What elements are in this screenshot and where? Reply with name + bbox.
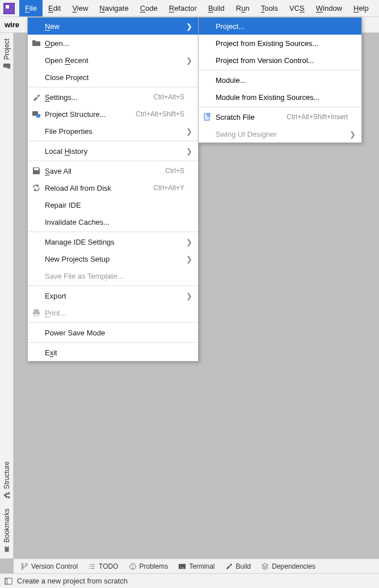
file-menu-shortcut: Ctrl+S <box>165 167 184 175</box>
file-menu-item-20[interactable]: Export❯ <box>28 287 198 304</box>
toolwindow-build[interactable]: Build <box>225 562 251 570</box>
new-submenu-label: Module... <box>216 76 348 85</box>
new-submenu-label: Module from Existing Sources... <box>216 93 348 102</box>
sidebar-tab-bookmarks[interactable]: Bookmarks <box>3 509 11 553</box>
file-menu-item-5[interactable]: Settings...Ctrl+Alt+S <box>28 89 198 106</box>
file-menu-separator <box>28 285 198 286</box>
file-menu-shortcut: Ctrl+Alt+Shift+S <box>136 110 184 118</box>
toolwindow-todo[interactable]: TODO <box>88 562 118 570</box>
file-menu-label: Exit <box>45 348 184 357</box>
file-menu-label: Export <box>45 292 184 300</box>
file-menu-separator <box>28 342 198 343</box>
file-menu-item-12[interactable]: Reload All from DiskCtrl+Alt+Y <box>28 179 198 196</box>
toolwindow-version-control[interactable]: Version Control <box>20 562 78 570</box>
file-menu-label: Save All <box>45 167 161 175</box>
new-submenu-label: Project from Existing Sources... <box>216 39 348 48</box>
file-menu-label: Manage IDE Settings <box>45 238 184 246</box>
file-menu-shortcut: Ctrl+Alt+S <box>153 93 184 101</box>
file-menu-item-2[interactable]: Open Recent❯ <box>28 52 198 69</box>
new-submenu-item-0[interactable]: Project... <box>199 18 361 35</box>
file-menu-separator <box>28 232 198 232</box>
list-icon <box>88 562 96 570</box>
hammer-icon <box>225 562 233 570</box>
new-submenu-label: Project from Version Control... <box>216 56 348 65</box>
new-submenu-label: Scratch File <box>216 113 282 121</box>
terminal-icon <box>178 562 186 570</box>
file-menu-item-0[interactable]: New❯ <box>28 18 198 35</box>
new-submenu: Project...Project from Existing Sources.… <box>198 17 362 143</box>
new-submenu-item-4[interactable]: Module... <box>199 72 361 89</box>
warn-icon <box>129 562 137 570</box>
new-submenu-label: Project... <box>216 22 348 31</box>
svg-rect-17 <box>5 578 7 584</box>
file-menu-item-3[interactable]: Close Project <box>28 69 198 86</box>
file-menu-label: Reload All from Disk <box>45 184 149 192</box>
new-submenu-item-5[interactable]: Module from Existing Sources... <box>199 89 361 106</box>
menu-view[interactable]: View <box>66 0 94 16</box>
layers-icon <box>261 562 269 570</box>
file-menu-separator <box>28 322 198 323</box>
bookmark-icon <box>3 545 11 553</box>
menu-help[interactable]: Help <box>348 0 374 16</box>
menu-file[interactable]: File <box>19 0 43 16</box>
menu-refactor[interactable]: Refactor <box>163 0 203 16</box>
status-bar: Create a new project from scratch <box>0 573 379 588</box>
sidebar-tab-structure[interactable]: Structure <box>3 461 11 499</box>
new-submenu-item-2[interactable]: Project from Version Control... <box>199 52 361 69</box>
toolwindow-problems[interactable]: Problems <box>129 562 169 570</box>
new-submenu-item-1[interactable]: Project from Existing Sources... <box>199 35 361 52</box>
file-menu-item-17[interactable]: New Projects Setup❯ <box>28 250 198 267</box>
file-menu-dropdown: New❯Open...Open Recent❯Close ProjectSett… <box>27 17 199 362</box>
file-menu-item-21: Print... <box>28 304 198 321</box>
file-menu-item-6[interactable]: Project Structure...Ctrl+Alt+Shift+S <box>28 106 198 123</box>
file-menu-label: Close Project <box>45 73 184 82</box>
file-menu-item-7[interactable]: File Properties❯ <box>28 123 198 140</box>
file-menu-item-13[interactable]: Repair IDE <box>28 196 198 213</box>
file-menu-item-25[interactable]: Exit <box>28 344 198 361</box>
toolwindow-dependencies[interactable]: Dependencies <box>261 562 315 570</box>
file-menu-item-9[interactable]: Local History❯ <box>28 142 198 159</box>
status-text: Create a new project from scratch <box>17 577 128 585</box>
toolwindow-terminal[interactable]: Terminal <box>178 562 214 570</box>
file-menu-label: Repair IDE <box>45 201 184 209</box>
chevron-right-icon: ❯ <box>184 255 192 263</box>
chevron-right-icon: ❯ <box>348 130 356 138</box>
sidebar-tab-project[interactable]: Project <box>3 39 11 70</box>
svg-rect-1 <box>7 493 10 495</box>
svg-point-10 <box>22 563 24 565</box>
menu-vcs[interactable]: VCS <box>284 0 310 16</box>
svg-point-14 <box>132 568 133 569</box>
chevron-right-icon: ❯ <box>184 292 192 300</box>
scratch-icon <box>202 112 212 121</box>
file-menu-label: Settings... <box>45 93 149 102</box>
menu-window[interactable]: Window <box>310 0 348 16</box>
menu-tools[interactable]: Tools <box>255 0 284 16</box>
file-menu-label: Project Structure... <box>45 110 131 119</box>
breadcrumb-root[interactable]: wire <box>5 20 19 29</box>
file-menu-label: New Projects Setup <box>45 255 184 263</box>
menu-code[interactable]: Code <box>134 0 163 16</box>
menu-build[interactable]: Build <box>203 0 230 16</box>
file-menu-item-16[interactable]: Manage IDE Settings❯ <box>28 233 198 250</box>
new-submenu-item-7[interactable]: Scratch FileCtrl+Alt+Shift+Insert <box>199 108 361 125</box>
svg-rect-0 <box>7 497 10 499</box>
file-menu-item-23[interactable]: Power Save Mode <box>28 324 198 341</box>
file-menu-label: New <box>45 22 184 31</box>
toolwindow-toggle-icon[interactable] <box>5 577 12 585</box>
svg-rect-16 <box>5 578 12 584</box>
branch-icon <box>20 562 28 570</box>
menu-edit[interactable]: Edit <box>43 0 66 16</box>
new-submenu-label: Swing UI Designer <box>216 130 348 138</box>
file-menu-item-11[interactable]: Save AllCtrl+S <box>28 162 198 179</box>
file-menu-label: Local History <box>45 147 184 156</box>
folder-icon <box>3 62 11 70</box>
save-icon <box>31 166 41 175</box>
menu-navigate[interactable]: Navigate <box>94 0 134 16</box>
new-submenu-separator <box>199 70 361 70</box>
file-menu-item-14[interactable]: Invalidate Caches... <box>28 213 198 230</box>
chevron-right-icon: ❯ <box>184 238 192 246</box>
folder-icon <box>31 39 41 48</box>
app-icon <box>3 3 15 14</box>
menu-run[interactable]: Run <box>230 0 255 16</box>
file-menu-item-1[interactable]: Open... <box>28 35 198 52</box>
